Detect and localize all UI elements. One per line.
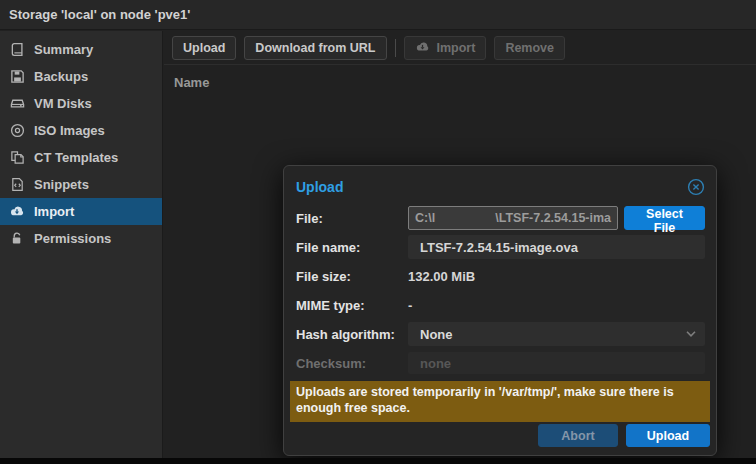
checksum-row: Checksum:	[296, 351, 705, 375]
sidebar-item-snippets[interactable]: Snippets	[0, 171, 162, 198]
sidebar-item-label: Summary	[34, 42, 93, 57]
file-path-suffix: \LTSF-7.2.54.15-ima	[495, 211, 611, 225]
select-file-button[interactable]: Select File	[624, 206, 705, 230]
floppy-icon	[9, 69, 25, 85]
hdd-icon	[9, 96, 25, 112]
hash-algorithm-value: None	[420, 327, 453, 342]
dialog-upload-button[interactable]: Upload	[626, 424, 710, 447]
toolbar: Upload Download from URL Import Remove	[164, 31, 756, 65]
hash-algorithm-row: Hash algorithm: None	[296, 322, 705, 346]
checksum-input	[408, 352, 705, 374]
sidebar-item-permissions[interactable]: Permissions	[0, 225, 162, 252]
file-size-value: 132.00 MiB	[408, 269, 475, 284]
sidebar-item-import[interactable]: Import	[0, 198, 162, 225]
file-row: File: C:\l \LTSF-7.2.54.15-ima Select Fi…	[296, 206, 705, 230]
mime-type-row: MIME type: -	[296, 293, 705, 317]
upload-dialog: Upload File: C:\l \LTSF-7.2.54.15-ima Se…	[283, 165, 717, 456]
page-title: Storage 'local' on node 'pve1'	[0, 0, 756, 30]
file-label: File:	[296, 211, 408, 226]
sidebar: Summary Backups VM Disks ISO Images CT T…	[0, 31, 163, 458]
sidebar-item-label: Import	[34, 204, 74, 219]
file-name-input[interactable]	[408, 235, 705, 259]
import-button-label: Import	[437, 41, 476, 55]
disc-icon	[9, 123, 25, 139]
file-name-label: File name:	[296, 240, 408, 255]
sidebar-item-label: Snippets	[34, 177, 89, 192]
remove-button: Remove	[494, 36, 565, 60]
sidebar-item-label: CT Templates	[34, 150, 118, 165]
bottom-strip	[0, 458, 756, 464]
circle-x-icon[interactable]	[687, 178, 705, 196]
book-icon	[9, 42, 25, 58]
cloud-download-icon	[9, 204, 25, 220]
download-from-url-button[interactable]: Download from URL	[244, 36, 386, 60]
sidebar-item-ct-templates[interactable]: CT Templates	[0, 144, 162, 171]
upload-warning-banner: Uploads are stored temporarily in '/var/…	[290, 381, 710, 422]
sidebar-item-iso-images[interactable]: ISO Images	[0, 117, 162, 144]
name-column-header: Name	[164, 65, 756, 100]
file-path-input[interactable]: C:\l \LTSF-7.2.54.15-ima	[408, 206, 618, 230]
upload-dialog-body: File: C:\l \LTSF-7.2.54.15-ima Select Fi…	[284, 198, 716, 422]
upload-button[interactable]: Upload	[172, 36, 236, 60]
file-name-row: File name:	[296, 235, 705, 259]
mime-type-value: -	[408, 298, 412, 313]
abort-button: Abort	[538, 424, 618, 447]
cloud-download-icon	[415, 40, 431, 56]
checksum-label: Checksum:	[296, 356, 408, 371]
sidebar-item-label: VM Disks	[34, 96, 92, 111]
file-copy-icon	[9, 150, 25, 166]
dialog-title: Upload	[296, 179, 343, 195]
sidebar-item-backups[interactable]: Backups	[0, 63, 162, 90]
file-size-row: File size: 132.00 MiB	[296, 264, 705, 288]
import-button: Import	[404, 36, 487, 60]
chevron-down-icon	[685, 330, 697, 338]
hash-algorithm-select[interactable]: None	[408, 322, 705, 346]
file-path-prefix: C:\l	[415, 211, 435, 225]
sidebar-item-label: ISO Images	[34, 123, 105, 138]
mime-type-label: MIME type:	[296, 298, 408, 313]
dialog-footer: Abort Upload	[538, 424, 710, 447]
unlock-icon	[9, 231, 25, 247]
upload-dialog-header: Upload	[284, 166, 716, 198]
storage-title: Storage 'local' on node 'pve1'	[9, 7, 190, 22]
sidebar-item-label: Backups	[34, 69, 88, 84]
toolbar-separator	[395, 39, 396, 57]
hash-algorithm-label: Hash algorithm:	[296, 327, 408, 342]
sidebar-item-summary[interactable]: Summary	[0, 36, 162, 63]
code-file-icon	[9, 177, 25, 193]
sidebar-item-label: Permissions	[34, 231, 111, 246]
file-size-label: File size:	[296, 269, 408, 284]
sidebar-item-vm-disks[interactable]: VM Disks	[0, 90, 162, 117]
